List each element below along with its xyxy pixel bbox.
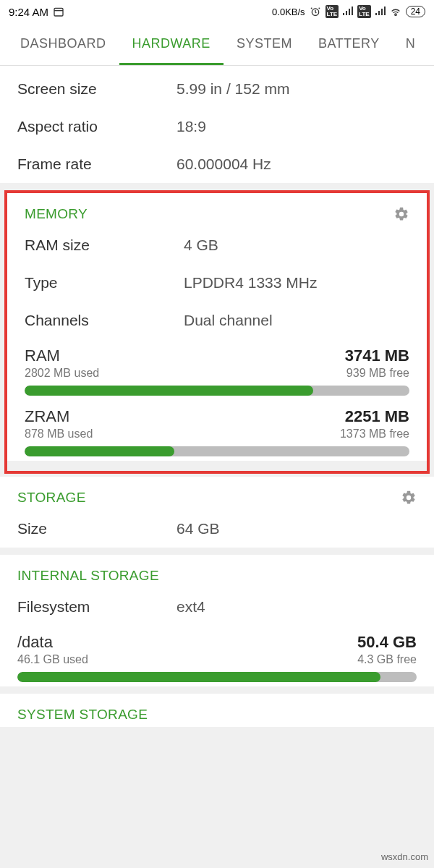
memory-highlight: MEMORY RAM size 4 GB Type LPDDR4 1333 MH…: [4, 190, 430, 474]
filesystem-label: Filesystem: [17, 598, 176, 616]
screen-size-value: 5.99 in / 152 mm: [176, 80, 289, 98]
ram-size-label: RAM size: [25, 237, 184, 254]
internal-storage-title: INTERNAL STORAGE: [17, 568, 159, 584]
wifi-icon: [390, 6, 401, 17]
ram-name: RAM: [25, 346, 60, 365]
signal-icon-2: [375, 7, 386, 17]
zram-usage: ZRAM 2251 MB 878 MB used 1373 MB free: [7, 400, 427, 461]
channels-label: Channels: [25, 312, 184, 329]
system-storage-title: SYSTEM STORAGE: [17, 707, 148, 723]
mem-type-value: LPDDR4 1333 MHz: [184, 274, 317, 292]
ram-bar: [25, 386, 409, 396]
section-system-storage: SYSTEM STORAGE: [0, 694, 434, 727]
gear-icon[interactable]: [393, 206, 409, 222]
status-time: 9:24 AM: [9, 6, 48, 18]
signal-icon-1: [343, 7, 353, 17]
tab-dashboard[interactable]: DASHBOARD: [7, 23, 119, 65]
storage-title: STORAGE: [17, 490, 86, 506]
svg-rect-0: [54, 8, 63, 16]
status-bar: 9:24 AM 0.0KB/s VoLTE VoLTE 24: [0, 0, 434, 23]
volte-icon-1: VoLTE: [326, 5, 339, 18]
ram-size-value: 4 GB: [184, 237, 218, 254]
section-storage: STORAGE Size 64 GB: [0, 477, 434, 548]
screen-size-label: Screen size: [17, 80, 176, 98]
aspect-ratio-value: 18:9: [176, 118, 206, 135]
section-memory: MEMORY RAM size 4 GB Type LPDDR4 1333 MH…: [7, 193, 427, 461]
section-display: Screen size 5.99 in / 152 mm Aspect rati…: [0, 66, 434, 183]
ram-free: 939 MB free: [346, 367, 409, 380]
battery-icon: 24: [406, 6, 425, 17]
tab-system[interactable]: SYSTEM: [224, 23, 305, 65]
frame-rate-label: Frame rate: [17, 156, 176, 173]
calendar-icon: [53, 6, 64, 17]
tab-bar: DASHBOARD HARDWARE SYSTEM BATTERY N: [0, 23, 434, 66]
data-used: 46.1 GB used: [17, 653, 88, 666]
channels-value: Dual channel: [184, 312, 273, 329]
gear-icon[interactable]: [401, 490, 417, 506]
zram-total: 2251 MB: [345, 407, 409, 426]
tab-hardware[interactable]: HARDWARE: [119, 23, 224, 65]
mem-type-label: Type: [25, 274, 184, 292]
zram-used: 878 MB used: [25, 427, 93, 441]
data-name: /data: [17, 633, 53, 652]
storage-size-label: Size: [17, 520, 176, 537]
frame-rate-value: 60.000004 Hz: [176, 156, 271, 173]
zram-bar: [25, 446, 409, 456]
ram-usage: RAM 3741 MB 2802 MB used 939 MB free: [7, 339, 427, 400]
memory-title: MEMORY: [25, 206, 88, 222]
alarm-icon: [310, 6, 321, 17]
data-bar: [17, 672, 417, 682]
data-free: 4.3 GB free: [357, 653, 417, 666]
data-bar-fill: [17, 672, 380, 682]
tab-more[interactable]: N: [393, 23, 429, 65]
ram-bar-fill: [25, 386, 313, 396]
ram-used: 2802 MB used: [25, 367, 99, 380]
zram-free: 1373 MB free: [340, 427, 409, 441]
aspect-ratio-label: Aspect ratio: [17, 118, 176, 135]
zram-name: ZRAM: [25, 407, 69, 426]
data-usage: /data 50.4 GB 46.1 GB used 4.3 GB free: [0, 626, 434, 686]
net-speed: 0.0KB/s: [272, 7, 305, 17]
data-total: 50.4 GB: [357, 633, 417, 652]
volte-icon-2: VoLTE: [357, 5, 371, 18]
section-internal-storage: INTERNAL STORAGE Filesystem ext4 /data 5…: [0, 555, 434, 686]
tab-battery[interactable]: BATTERY: [305, 23, 393, 65]
storage-size-value: 64 GB: [176, 520, 220, 537]
filesystem-value: ext4: [176, 598, 205, 616]
ram-total: 3741 MB: [345, 346, 409, 365]
zram-bar-fill: [25, 446, 174, 456]
